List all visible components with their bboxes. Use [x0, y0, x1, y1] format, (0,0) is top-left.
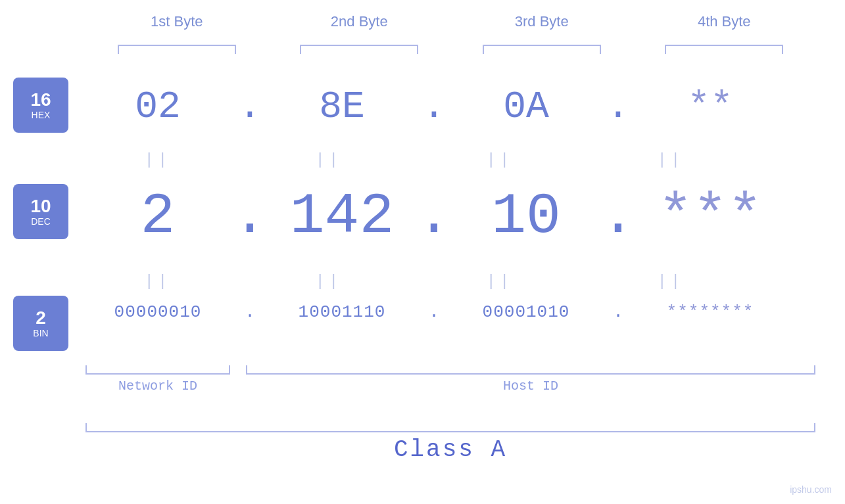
- hex-byte3: 0A: [454, 85, 598, 128]
- dec-values-row: 2 . 142 . 10 . ***: [85, 184, 815, 249]
- dec-base-text: DEC: [31, 216, 51, 227]
- byte1-bracket: [118, 45, 236, 54]
- bin-base-num: 2: [36, 308, 46, 329]
- hex-dot1: .: [230, 85, 270, 128]
- class-bracket: [85, 423, 815, 432]
- bin-byte1: 00000010: [85, 302, 230, 322]
- hex-byte4: **: [638, 85, 783, 128]
- eq-db-2: ||: [256, 273, 401, 290]
- eq-db-1: ||: [85, 273, 230, 290]
- host-id-label: Host ID: [246, 378, 815, 394]
- bracket-row: [85, 45, 815, 54]
- eq-hd-1: ||: [85, 151, 230, 169]
- byte3-header: 3rd Byte: [470, 13, 614, 30]
- network-host-brackets: [85, 365, 815, 375]
- hex-values-row: 02 . 8E . 0A . **: [85, 85, 815, 128]
- bin-base-text: BIN: [33, 328, 48, 338]
- bin-side-label: 2 BIN: [13, 296, 68, 351]
- bin-byte3: 00001010: [454, 302, 598, 322]
- byte4-bracket: [665, 45, 783, 54]
- network-id-label: Network ID: [85, 378, 230, 394]
- dec-byte2: 142: [270, 184, 414, 249]
- eq-hd-2: ||: [256, 151, 401, 169]
- network-host-bracket-area: Network ID Host ID: [85, 365, 815, 394]
- hex-dot3: .: [598, 85, 638, 128]
- dec-dot2: .: [414, 184, 454, 249]
- hex-byte2: 8E: [270, 85, 414, 128]
- eq-db-3: ||: [427, 273, 572, 290]
- equals-hex-dec-row: || || || ||: [85, 151, 815, 169]
- bin-byte2: 10001110: [270, 302, 414, 322]
- main-layout: 1st Byte 2nd Byte 3rd Byte 4th Byte 16 H…: [0, 0, 845, 504]
- dec-base-num: 10: [30, 196, 51, 217]
- hex-byte1: 02: [85, 85, 230, 128]
- network-bracket: [85, 365, 230, 375]
- class-area: Class A: [85, 423, 815, 463]
- dec-side-label: 10 DEC: [13, 184, 68, 239]
- hex-side-label: 16 HEX: [13, 78, 68, 133]
- byte1-header: 1st Byte: [105, 13, 249, 30]
- dec-byte3: 10: [454, 184, 598, 249]
- network-host-labels: Network ID Host ID: [85, 378, 815, 394]
- bin-byte4: ********: [638, 302, 783, 322]
- bin-values-row: 00000010 . 10001110 . 00001010 . *******…: [85, 302, 815, 322]
- bin-dot3: .: [598, 302, 638, 322]
- byte4-header: 4th Byte: [652, 13, 796, 30]
- eq-db-4: ||: [598, 273, 743, 290]
- byte2-bracket: [300, 45, 418, 54]
- hex-dot2: .: [414, 85, 454, 128]
- bin-dot1: .: [230, 302, 270, 322]
- watermark: ipshu.com: [790, 484, 832, 495]
- dec-dot1: .: [230, 184, 270, 249]
- equals-dec-bin-row: || || || ||: [85, 273, 815, 290]
- hex-base-text: HEX: [32, 110, 51, 120]
- dec-byte4: ***: [638, 184, 783, 249]
- hex-base-num: 16: [30, 90, 51, 110]
- class-label: Class A: [85, 436, 815, 463]
- byte2-header: 2nd Byte: [287, 13, 431, 30]
- byte-headers-row: 1st Byte 2nd Byte 3rd Byte 4th Byte: [85, 13, 815, 30]
- host-bracket: [246, 365, 815, 375]
- dec-dot3: .: [598, 184, 638, 249]
- dec-byte1: 2: [85, 184, 230, 249]
- bin-dot2: .: [414, 302, 454, 322]
- eq-hd-3: ||: [427, 151, 572, 169]
- byte3-bracket: [483, 45, 601, 54]
- eq-hd-4: ||: [598, 151, 743, 169]
